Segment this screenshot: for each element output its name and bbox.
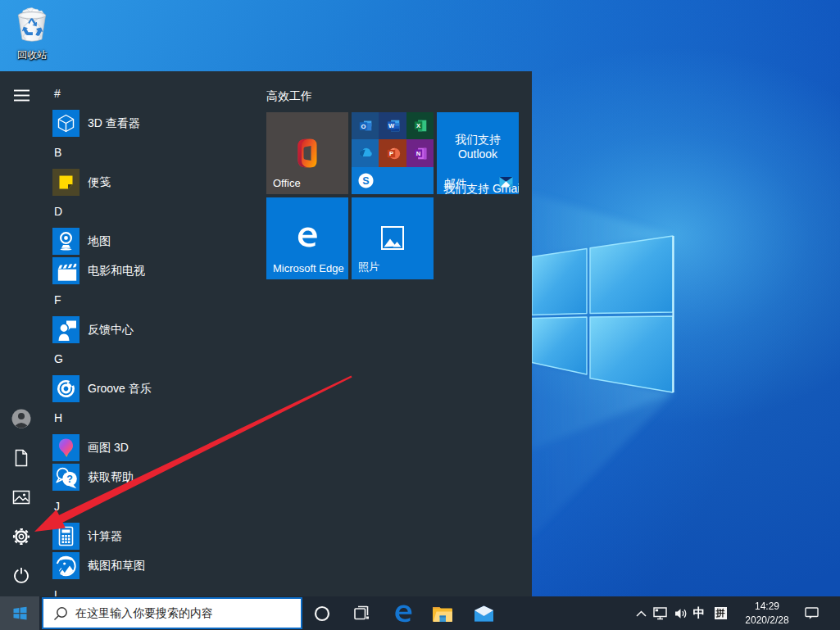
svg-text:S: S [362, 175, 369, 187]
svg-text:W: W [388, 122, 394, 129]
svg-text:N: N [416, 150, 421, 157]
svg-text:?: ? [66, 474, 73, 485]
svg-text:P: P [388, 150, 393, 157]
svg-text:X: X [415, 122, 420, 129]
svg-text:O: O [361, 123, 366, 130]
